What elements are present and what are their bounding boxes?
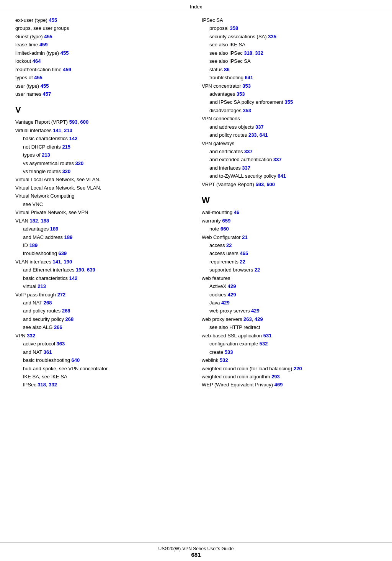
list-item: Vantage Report (VRPT) 593, 600 bbox=[15, 118, 190, 126]
index-link[interactable]: 213 bbox=[38, 283, 46, 289]
index-link[interactable]: 353 bbox=[237, 91, 245, 97]
list-item: not DHCP clients 215 bbox=[15, 143, 190, 151]
index-link[interactable]: 429 bbox=[228, 292, 236, 298]
index-link[interactable]: 213 bbox=[42, 152, 50, 158]
index-link[interactable]: 21 bbox=[242, 234, 247, 240]
index-link[interactable]: 660 bbox=[220, 226, 229, 232]
index-link[interactable]: 190 bbox=[64, 259, 72, 265]
index-link[interactable]: 332 bbox=[27, 333, 35, 339]
list-item: web features bbox=[202, 274, 377, 282]
entry-text: wall-mounting bbox=[202, 209, 232, 215]
index-link[interactable]: 639 bbox=[59, 250, 67, 256]
index-link[interactable]: 141 bbox=[53, 259, 61, 265]
index-link[interactable]: 335 bbox=[268, 34, 276, 39]
entry-text: disadvantages bbox=[209, 108, 242, 113]
index-link[interactable]: 459 bbox=[39, 42, 48, 47]
index-link[interactable]: 46 bbox=[234, 209, 239, 215]
index-link[interactable]: 233 bbox=[248, 132, 257, 138]
index-link[interactable]: 641 bbox=[260, 132, 268, 138]
index-link[interactable]: 268 bbox=[44, 300, 52, 306]
index-link[interactable]: 600 bbox=[80, 119, 89, 125]
index-link[interactable]: 332 bbox=[255, 50, 263, 56]
index-link[interactable]: 142 bbox=[69, 136, 78, 141]
index-link[interactable]: 455 bbox=[34, 75, 42, 80]
list-item: VPN connections bbox=[202, 114, 377, 123]
index-link[interactable]: 469 bbox=[274, 382, 283, 388]
index-link[interactable]: 213 bbox=[64, 128, 72, 133]
list-item: web-based SSL application 531 bbox=[202, 332, 377, 340]
index-link[interactable]: 141 bbox=[53, 128, 61, 133]
index-link[interactable]: 593 bbox=[255, 182, 264, 187]
index-link[interactable]: 318 bbox=[38, 382, 46, 388]
list-item: WEP (Wired Equivalent Privacy) 469 bbox=[202, 381, 377, 389]
index-link[interactable]: 272 bbox=[57, 292, 66, 298]
index-link[interactable]: 532 bbox=[220, 357, 228, 363]
index-link[interactable]: 266 bbox=[54, 324, 62, 330]
index-link[interactable]: 353 bbox=[243, 108, 251, 113]
index-link[interactable]: 459 bbox=[63, 67, 71, 72]
index-link[interactable]: 429 bbox=[228, 283, 236, 289]
index-link[interactable]: 455 bbox=[44, 34, 52, 39]
index-link[interactable]: 641 bbox=[245, 75, 253, 80]
index-link[interactable]: 429 bbox=[251, 308, 260, 314]
index-link[interactable]: 533 bbox=[225, 349, 233, 355]
index-link[interactable]: 188 bbox=[41, 218, 49, 224]
index-link[interactable]: 355 bbox=[285, 99, 293, 105]
index-link[interactable]: 659 bbox=[222, 218, 230, 224]
index-link[interactable]: 465 bbox=[240, 250, 248, 256]
index-link[interactable]: 268 bbox=[65, 316, 74, 322]
index-link[interactable]: 337 bbox=[273, 157, 282, 162]
index-link[interactable]: 363 bbox=[56, 341, 65, 347]
index-link[interactable]: 22 bbox=[255, 267, 260, 273]
index-link[interactable]: 22 bbox=[240, 259, 245, 265]
entry-text: weighted round robin (for load balancing… bbox=[202, 366, 292, 371]
index-link[interactable]: 293 bbox=[271, 374, 280, 379]
index-link[interactable]: 532 bbox=[260, 341, 268, 347]
index-link[interactable]: 320 bbox=[75, 160, 84, 166]
index-link[interactable]: 455 bbox=[60, 50, 69, 56]
index-link[interactable]: 337 bbox=[242, 165, 250, 171]
index-link[interactable]: 190 bbox=[76, 267, 84, 273]
index-link[interactable]: 464 bbox=[33, 58, 41, 64]
index-link[interactable]: 337 bbox=[255, 124, 264, 130]
index-link[interactable]: 641 bbox=[278, 173, 286, 179]
index-link[interactable]: 455 bbox=[41, 83, 49, 89]
index-link[interactable]: 337 bbox=[244, 149, 253, 154]
index-link[interactable]: 531 bbox=[263, 333, 272, 339]
index-link[interactable]: 361 bbox=[44, 349, 52, 355]
list-item: ID 189 bbox=[15, 241, 190, 249]
index-link[interactable]: 358 bbox=[230, 25, 238, 31]
index-link[interactable]: 189 bbox=[64, 234, 73, 240]
index-link[interactable]: 142 bbox=[69, 275, 78, 281]
index-link[interactable]: 429 bbox=[255, 316, 263, 322]
index-link[interactable]: 189 bbox=[50, 226, 59, 232]
entry-text: Vantage Report (VRPT) bbox=[15, 119, 68, 125]
index-link[interactable]: 318 bbox=[244, 50, 252, 56]
index-link[interactable]: 320 bbox=[62, 168, 71, 174]
entry-text: and Ethernet interfaces bbox=[23, 267, 74, 273]
entry-text: web proxy servers bbox=[202, 316, 242, 322]
index-link[interactable]: 600 bbox=[266, 182, 275, 187]
list-item: wall-mounting 46 bbox=[202, 208, 377, 216]
index-link[interactable]: 220 bbox=[294, 366, 302, 371]
index-link[interactable]: 455 bbox=[49, 17, 57, 23]
index-link[interactable]: 640 bbox=[71, 357, 80, 363]
list-item: Java 429 bbox=[202, 299, 377, 307]
index-link[interactable]: 332 bbox=[49, 382, 57, 388]
index-link[interactable]: 182 bbox=[30, 218, 38, 224]
index-link[interactable]: 189 bbox=[29, 242, 38, 248]
index-link[interactable]: 86 bbox=[224, 67, 229, 72]
index-link[interactable]: 22 bbox=[226, 242, 232, 248]
index-link[interactable]: 353 bbox=[242, 83, 251, 89]
index-link[interactable]: 457 bbox=[43, 91, 51, 97]
index-link[interactable]: 215 bbox=[62, 144, 70, 150]
entry-text: VPN connections bbox=[202, 116, 240, 121]
index-link[interactable]: 593 bbox=[69, 119, 78, 125]
index-link[interactable]: 263 bbox=[243, 316, 252, 322]
index-link[interactable]: 429 bbox=[221, 300, 230, 306]
entry-text: user (type) bbox=[15, 83, 39, 89]
entry-text: and interfaces bbox=[209, 165, 241, 171]
entry-text: troubleshooting bbox=[23, 250, 57, 256]
index-link[interactable]: 268 bbox=[62, 308, 70, 314]
index-link[interactable]: 639 bbox=[87, 267, 95, 273]
